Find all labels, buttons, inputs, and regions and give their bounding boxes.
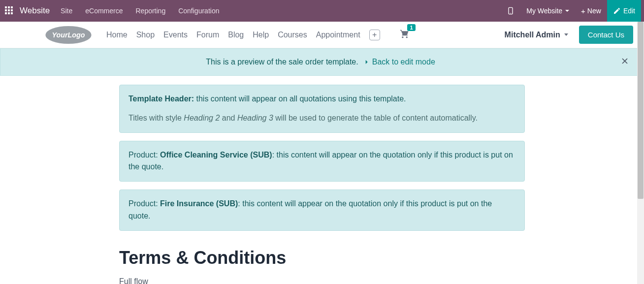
top-menu: Site eCommerce Reporting Configuration (61, 7, 219, 15)
plus-icon: + (581, 7, 585, 15)
product-box-2: Product: Fire Insurance (SUB): this cont… (119, 189, 525, 231)
new-label: New (587, 7, 601, 15)
header-and: and (220, 114, 237, 122)
nav-links: Home Shop Events Forum Blog Help Courses… (106, 30, 380, 40)
mobile-preview-button[interactable] (501, 0, 520, 22)
new-button[interactable]: + New (575, 0, 607, 22)
cart-button[interactable]: 1 (400, 29, 410, 40)
my-website-label: My Website (526, 7, 562, 15)
nav-appointment[interactable]: Appointment (316, 31, 360, 39)
menu-site[interactable]: Site (61, 7, 72, 15)
mobile-icon (507, 7, 515, 15)
nav-shop[interactable]: Shop (136, 31, 155, 39)
app-title[interactable]: Website (20, 6, 50, 16)
heading2-style: Heading 2 (184, 114, 220, 122)
svg-point-1 (511, 13, 511, 13)
close-banner-button[interactable] (620, 56, 630, 68)
page-content: Template Header: this content will appea… (0, 76, 644, 284)
header-sub-pre: Titles with style (129, 114, 184, 122)
template-header-box: Template Header: this content will appea… (119, 85, 525, 133)
back-to-edit-link[interactable]: Back to edit mode (361, 58, 435, 66)
header-sub-post: will be used to generate the table of co… (273, 114, 478, 122)
terms-title: Terms & Conditions (119, 248, 525, 268)
template-header-label: Template Header: (129, 95, 194, 103)
close-icon (620, 56, 630, 66)
back-label: Back to edit mode (372, 58, 435, 66)
scrollbar-thumb[interactable] (638, 22, 644, 199)
product-label-1: Product: (129, 151, 160, 159)
product-name-1: Office Cleaning Service (SUB) (160, 151, 272, 159)
product-name-2: Fire Insurance (SUB) (160, 199, 238, 208)
top-menu-bar: Website Site eCommerce Reporting Configu… (0, 0, 644, 22)
nav-help[interactable]: Help (253, 31, 269, 39)
cart-badge: 1 (407, 24, 415, 31)
pencil-icon (613, 7, 621, 15)
edit-button[interactable]: Edit (607, 0, 641, 22)
nav-courses[interactable]: Courses (278, 31, 307, 39)
product-label-2: Product: (129, 199, 160, 208)
menu-reporting[interactable]: Reporting (135, 7, 165, 15)
preview-text: This is a preview of the sale order temp… (206, 58, 358, 66)
user-menu[interactable]: Mitchell Admin (505, 31, 568, 39)
menu-configuration[interactable]: Configuration (178, 7, 219, 15)
arrow-right-icon (362, 58, 370, 66)
nav-blog[interactable]: Blog (228, 31, 244, 39)
edit-label: Edit (623, 7, 635, 15)
apps-icon[interactable] (5, 6, 14, 15)
svg-text:YourLogo: YourLogo (52, 31, 85, 38)
menu-ecommerce[interactable]: eCommerce (85, 7, 123, 15)
nav-events[interactable]: Events (163, 31, 188, 39)
product-box-1: Product: Office Cleaning Service (SUB): … (119, 141, 525, 182)
heading3-style: Heading 3 (237, 114, 273, 122)
terms-body: Full flow (119, 277, 525, 284)
my-website-dropdown[interactable]: My Website (520, 0, 575, 22)
nav-forum[interactable]: Forum (196, 31, 219, 39)
preview-banner: This is a preview of the sale order temp… (0, 48, 641, 76)
top-right-actions: My Website + New Edit (501, 0, 641, 22)
template-header-text: this content will appear on all quotatio… (194, 95, 406, 103)
contact-us-button[interactable]: Contact Us (579, 26, 633, 44)
site-navbar: YourLogo Home Shop Events Forum Blog Hel… (0, 22, 644, 48)
nav-home[interactable]: Home (106, 31, 128, 39)
add-menu-button[interactable]: + (369, 30, 380, 40)
user-label: Mitchell Admin (505, 31, 560, 39)
logo[interactable]: YourLogo (44, 25, 93, 45)
